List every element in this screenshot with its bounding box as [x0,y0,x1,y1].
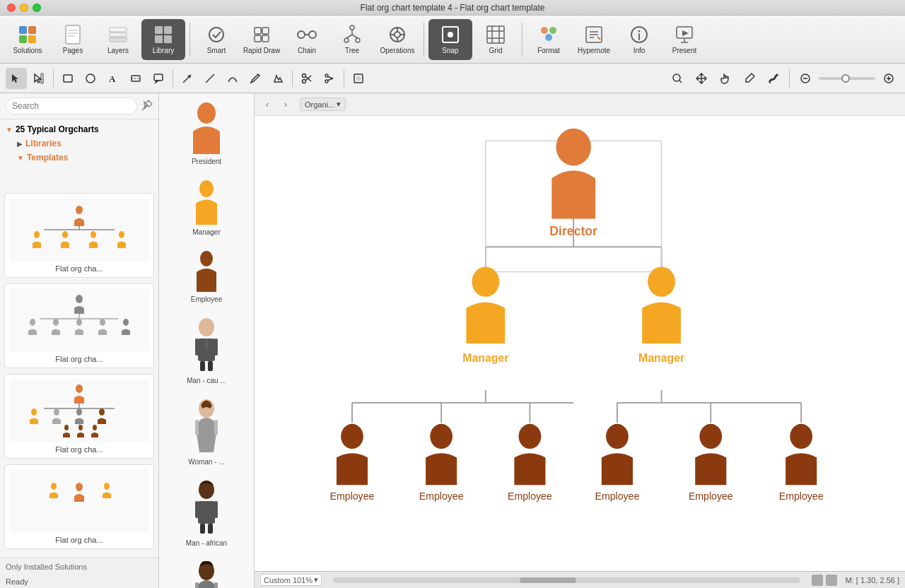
tool-line[interactable] [199,68,221,89]
tool-text-select[interactable] [28,68,49,89]
breadcrumb-text: Organi... [305,100,334,109]
tool-text[interactable]: A [103,68,124,89]
svg-rect-61 [64,75,72,82]
template-name-3: Flat org cha... [9,445,149,454]
pin-icon[interactable] [141,100,153,113]
shape-man-african[interactable]: Man - african [162,477,251,550]
tool-shape[interactable] [125,68,146,89]
shape-employee-label: Employee [191,295,222,303]
svg-rect-79 [356,76,361,81]
tool-select[interactable] [6,68,27,89]
tool-arrow[interactable] [177,68,198,89]
search-input[interactable] [6,98,137,114]
tree-libraries[interactable]: ▶ Libraries [0,136,158,151]
toolbar-info[interactable]: Info [617,19,661,60]
breadcrumb-dropdown[interactable]: Organi... ▾ [300,98,346,111]
tool-point[interactable] [267,68,288,89]
canvas[interactable]: Director Manager Manager [255,116,905,571]
toolbar-library[interactable]: Library [141,19,185,60]
svg-point-62 [86,74,95,83]
zoom-slider[interactable] [819,77,875,80]
templates-arrow: ▼ [17,154,24,162]
maximize-button[interactable] [33,4,41,12]
svg-line-81 [679,81,682,83]
toolbar-format[interactable]: Format [527,19,571,60]
label-employee-4: Employee [595,490,640,502]
label-employee-2: Employee [419,490,464,502]
shape-man-cau[interactable]: Man - cau ... [162,314,251,387]
shape-woman[interactable]: Woman - ... [162,396,251,469]
horizontal-scrollbar[interactable] [333,577,800,583]
operations-icon [387,25,407,45]
toolbar-tree[interactable]: Tree [330,19,374,60]
svg-rect-126 [195,339,199,355]
scrollbar-thumb[interactable] [520,577,576,583]
present-label: Present [672,47,696,54]
toolbar-layers[interactable]: Layers [96,19,140,60]
zoom-plus-btn[interactable] [878,68,899,89]
toolbar-smart[interactable]: Smart [194,19,238,60]
toolbar-solutions[interactable]: Solutions [6,19,49,60]
zoom-search[interactable] [667,68,688,89]
toolbar-operations[interactable]: Operations [375,19,419,60]
shape-panel: President Manager Employee [159,93,255,588]
toolbar-present[interactable]: Present [662,19,706,60]
svg-point-88 [76,206,83,214]
svg-point-48 [545,34,552,41]
tree-templates[interactable]: ▼ Templates [0,151,158,165]
toolbar-chain[interactable]: Chain [285,19,329,60]
svg-rect-9 [110,33,127,37]
label-manager-right: Manager [638,352,684,364]
tree-root[interactable]: ▼ 25 Typical Orgcharts [0,122,158,136]
tool-rectangle[interactable] [57,68,78,89]
fit-icon[interactable] [826,575,837,586]
tool-circle[interactable] [80,68,101,89]
label-manager-left: Manager [462,352,508,364]
tool-curve[interactable] [222,68,243,89]
toolbar-hypernote[interactable]: Hypernote [572,19,616,60]
toolbar-pages[interactable]: Pages [51,19,95,60]
svg-rect-139 [208,524,213,534]
tool-mask[interactable] [348,68,369,89]
tool-speech[interactable] [148,68,169,89]
svg-point-163 [430,424,452,449]
zoom-label: Custom 101% [264,576,313,584]
shape-manager-figure [192,180,221,225]
zoom-hand[interactable] [715,68,736,89]
nav-prev[interactable]: ‹ [260,98,274,112]
nav-next[interactable]: › [279,98,293,112]
template-thumb-1[interactable]: Flat org cha... [4,193,154,278]
zoom-eyedropper[interactable] [739,68,760,89]
svg-line-73 [305,76,311,81]
svg-rect-141 [195,582,199,588]
template-thumb-2[interactable]: Flat org cha... [4,283,154,368]
minimize-button[interactable] [20,4,28,12]
template-thumb-4[interactable]: Flat org cha... [4,464,154,549]
title-bar: Flat org chart template 4 - Flat org cha… [0,0,905,16]
shape-employee[interactable]: Employee [162,247,251,306]
zoom-select[interactable]: Custom 101% ▾ [260,574,322,586]
svg-rect-136 [195,501,199,518]
zoom-paint[interactable] [763,68,784,89]
expand-icon[interactable] [812,575,823,586]
tool-scissors2[interactable] [319,68,340,89]
toolbar-grid[interactable]: Grid [474,19,518,60]
toolbar-sep-1 [189,23,190,57]
installed-label[interactable]: Only Installed Solutions [0,558,158,575]
tools-sep-3 [292,70,293,87]
toolbar-snap[interactable]: Snap [428,19,472,60]
info-icon [629,25,649,45]
chain-icon [297,25,317,45]
zoom-slider-thumb[interactable] [841,74,850,83]
toolbar-rapid-draw[interactable]: Rapid Draw [240,19,284,60]
shape-president[interactable]: President [162,99,251,168]
shape-woman-african[interactable]: Woman -... [162,558,251,588]
zoom-pan[interactable] [691,68,712,89]
tool-scissors1[interactable] [296,68,317,89]
zoom-minus-btn[interactable] [795,68,816,89]
template-thumb-3[interactable]: Flat org cha... [4,374,154,459]
close-button[interactable] [7,4,16,12]
svg-rect-0 [19,26,27,34]
tool-pen[interactable] [245,68,266,89]
shape-manager[interactable]: Manager [162,177,251,239]
